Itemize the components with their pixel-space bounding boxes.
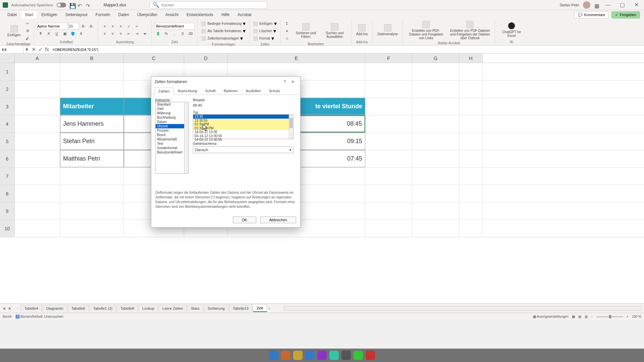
- align-right[interactable]: ≡: [117, 30, 124, 37]
- category-item[interactable]: Zahl: [156, 107, 189, 111]
- taskbar-app-icon[interactable]: [305, 351, 315, 360]
- tab-ansicht[interactable]: Ansicht: [162, 11, 182, 18]
- delete-cells[interactable]: Löschen▾: [253, 27, 277, 35]
- locale-dropdown[interactable]: Dänisch ▾: [193, 146, 293, 153]
- category-item[interactable]: Wissenschaft: [156, 137, 189, 141]
- data-analysis-button[interactable]: Datenanalyse: [375, 23, 400, 37]
- font-size[interactable]: [68, 23, 79, 29]
- sheet-tab[interactable]: Tabelle13: [229, 305, 252, 312]
- row-header[interactable]: 10: [0, 220, 15, 237]
- redo-icon[interactable]: ↷: [86, 3, 90, 7]
- italic-button[interactable]: K: [45, 30, 52, 37]
- select-all-corner[interactable]: [0, 54, 15, 63]
- name-box[interactable]: [0, 46, 23, 53]
- category-item-selected[interactable]: Uhrzeit: [156, 124, 189, 128]
- type-item[interactable]: 01:30 PM: [193, 122, 293, 126]
- autosave-toggle[interactable]: [57, 3, 66, 7]
- cell-styles[interactable]: Zellenformatvorlagen▾: [201, 35, 246, 42]
- horizontal-scrollbar[interactable]: [284, 306, 641, 311]
- format-painter-button[interactable]: 🖌: [24, 35, 31, 42]
- minimize-button[interactable]: —: [603, 2, 613, 8]
- align-bottom[interactable]: ≡: [117, 23, 124, 29]
- align-left[interactable]: ≡: [101, 30, 108, 37]
- category-item[interactable]: Währung: [156, 111, 189, 115]
- sheet-tab[interactable]: Diagramm: [43, 305, 67, 312]
- wrap-text[interactable]: ↵: [133, 23, 141, 29]
- dialog-tab-zahlen[interactable]: Zahlen: [155, 87, 173, 95]
- type-item[interactable]: 03-14-12 13:30:55: [193, 134, 293, 138]
- sheet-tab[interactable]: Tabelle8: [117, 305, 138, 312]
- close-button[interactable]: ✕: [631, 2, 641, 8]
- category-scrollbar[interactable]: [184, 102, 189, 173]
- number-format-dropdown[interactable]: Benutzerdefiniert: [154, 23, 195, 29]
- dialog-close-button[interactable]: ✕: [289, 79, 297, 84]
- zoom-level[interactable]: 100 %: [632, 315, 641, 318]
- maximize-button[interactable]: ▢: [617, 2, 627, 8]
- addins-button[interactable]: Add-Ins: [354, 23, 370, 37]
- tab-nav-next[interactable]: ▶: [9, 306, 14, 310]
- taskbar-app-icon[interactable]: [269, 351, 278, 360]
- taskbar-app-icon[interactable]: [293, 351, 303, 360]
- underline-button[interactable]: U: [53, 30, 60, 37]
- zoom-in[interactable]: +: [627, 315, 629, 318]
- undo-icon[interactable]: ↶: [77, 3, 82, 7]
- insert-cells[interactable]: Einfügen▾: [253, 20, 277, 27]
- table-cell-name[interactable]: Matthias Petri: [60, 150, 124, 167]
- chatgpt-button[interactable]: ChatGPT for Excel: [498, 21, 525, 38]
- fill-button[interactable]: ▾: [283, 27, 291, 34]
- comments-button[interactable]: 💬 Kommentare: [574, 11, 609, 18]
- zoom-out[interactable]: −: [591, 315, 593, 318]
- tab-nav-prev[interactable]: ◀: [3, 306, 8, 310]
- col-header-a[interactable]: A: [15, 54, 60, 63]
- inc-decimal[interactable]: .0: [178, 30, 186, 37]
- taskbar-app-icon[interactable]: [317, 351, 327, 360]
- category-item[interactable]: Prozent: [156, 128, 189, 133]
- comma-button[interactable]: ,: [170, 30, 178, 37]
- taskbar-app-icon[interactable]: [366, 351, 375, 360]
- dialog-tab-ausfuellen[interactable]: Ausfüllen: [242, 87, 265, 95]
- sheet-tab[interactable]: Lookup: [139, 305, 158, 312]
- row-header[interactable]: 5: [0, 133, 15, 150]
- category-item[interactable]: Buchhaltung: [156, 115, 189, 120]
- fx-button[interactable]: fx: [44, 46, 50, 53]
- row-header[interactable]: 7: [0, 168, 15, 185]
- cancel-button[interactable]: Abbrechen: [260, 217, 296, 223]
- dialog-help-button[interactable]: ?: [281, 79, 289, 84]
- tab-formeln[interactable]: Formeln: [92, 11, 114, 18]
- sheet-tab[interactable]: Tabelle1 (2): [90, 305, 116, 312]
- view-normal[interactable]: ▦: [572, 315, 575, 318]
- bold-button[interactable]: F: [37, 30, 44, 37]
- indent-dec[interactable]: ⇤: [125, 30, 132, 37]
- pdf-outlook-button[interactable]: Erstellen von PDF-Dateien und Freigeben …: [448, 20, 492, 41]
- tab-daten[interactable]: Daten: [115, 11, 132, 18]
- col-header-b[interactable]: B: [60, 54, 124, 63]
- row-header[interactable]: 8: [0, 185, 15, 202]
- sheet-tab-active[interactable]: Zeit: [253, 304, 267, 312]
- taskbar-app-icon[interactable]: [281, 351, 290, 360]
- type-item-selected[interactable]: 13:30: [193, 115, 293, 119]
- font-grow[interactable]: A↑: [80, 23, 87, 29]
- align-top[interactable]: ≡: [101, 23, 108, 29]
- table-header-mitarbeiter[interactable]: Mitarbeiter: [60, 98, 124, 115]
- table-cell-name[interactable]: Stefan Petri: [60, 133, 124, 150]
- col-header-g[interactable]: G: [412, 54, 459, 63]
- cut-button[interactable]: ✂: [24, 20, 31, 27]
- paste-button[interactable]: Einfügen: [5, 24, 22, 38]
- category-list[interactable]: Standard Zahl Währung Buchhaltung Datum …: [155, 102, 189, 174]
- tab-nav-more[interactable]: ⋯: [15, 306, 20, 310]
- dialog-tab-schutz[interactable]: Schutz: [265, 87, 284, 95]
- dec-decimal[interactable]: .00: [186, 30, 194, 37]
- percent-button[interactable]: %: [162, 30, 170, 37]
- type-scrollbar[interactable]: [289, 115, 293, 139]
- avatar[interactable]: [583, 1, 590, 9]
- orientation[interactable]: ⤢: [125, 23, 132, 29]
- category-item[interactable]: Bruch: [156, 133, 189, 137]
- tab-hilfe[interactable]: Hilfe: [218, 11, 233, 18]
- clear-button[interactable]: ◇: [283, 35, 291, 42]
- dialog-tab-rahmen[interactable]: Rahmen: [220, 87, 241, 95]
- tab-start[interactable]: Start: [21, 11, 37, 18]
- col-header-d[interactable]: D: [184, 54, 228, 63]
- fill-color-button[interactable]: 🪣: [69, 30, 76, 37]
- type-item[interactable]: 13:30:55: [193, 119, 293, 123]
- sheet-tab[interactable]: Sortierung: [204, 305, 228, 312]
